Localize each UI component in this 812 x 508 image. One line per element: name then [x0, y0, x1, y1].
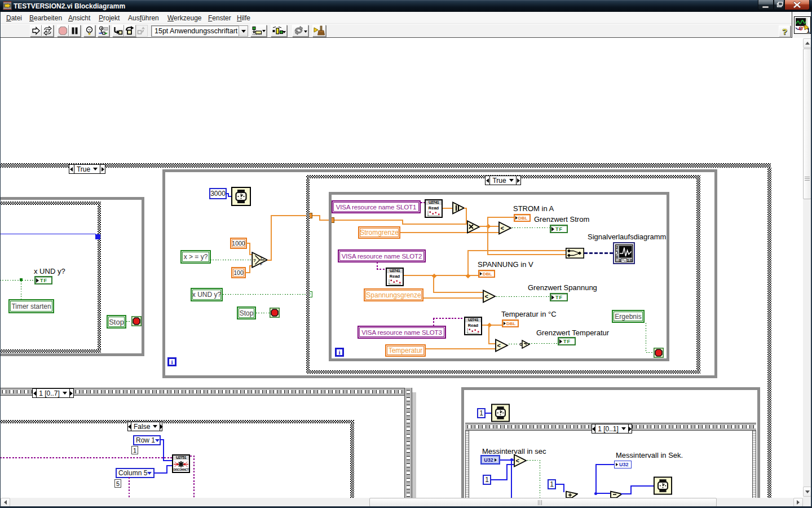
svg-text:T: T: [261, 256, 263, 260]
svg-text:F: F: [261, 262, 263, 266]
svg-text:<: <: [485, 293, 488, 300]
svg-text:<: <: [516, 457, 519, 464]
svg-text:1: 1: [807, 27, 810, 34]
svg-text:0: 0: [616, 255, 619, 259]
svg-text:1.0: 1.0: [627, 259, 632, 262]
svg-text:2: 2: [616, 246, 619, 249]
svg-text:<: <: [497, 342, 501, 349]
svg-text:?: ?: [253, 258, 256, 263]
svg-text:<: <: [501, 225, 504, 231]
